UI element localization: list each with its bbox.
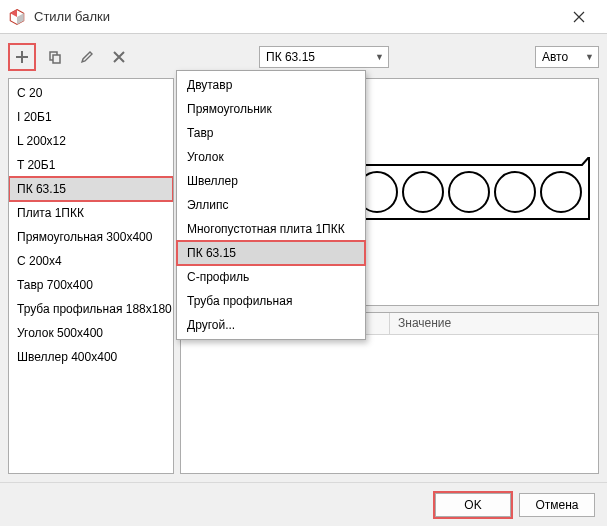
section-type-value: ПК 63.15 <box>266 50 371 64</box>
style-item[interactable]: Тавр 700x400 <box>9 273 173 297</box>
dropdown-item[interactable]: ПК 63.15 <box>177 241 365 265</box>
style-item[interactable]: T 20Б1 <box>9 153 173 177</box>
chevron-down-icon: ▼ <box>585 52 594 62</box>
dropdown-item[interactable]: Труба профильная <box>177 289 365 313</box>
svg-point-3 <box>403 172 443 212</box>
dropdown-item[interactable]: Другой... <box>177 313 365 337</box>
style-item[interactable]: Плита 1ПКК <box>9 201 173 225</box>
cancel-button[interactable]: Отмена <box>519 493 595 517</box>
svg-point-6 <box>541 172 581 212</box>
style-item[interactable]: Швеллер 400x400 <box>9 345 173 369</box>
add-button[interactable] <box>8 43 36 71</box>
dropdown-item[interactable]: Многопустотная плита 1ПКК <box>177 217 365 241</box>
dropdown-item[interactable]: Эллипс <box>177 193 365 217</box>
style-item[interactable]: Уголок 500x400 <box>9 321 173 345</box>
toolbar: ПК 63.15 ▼ Авто ▼ <box>8 42 599 72</box>
dropdown-item[interactable]: Швеллер <box>177 169 365 193</box>
style-item[interactable]: Прямоугольная 300x400 <box>9 225 173 249</box>
style-item[interactable]: С 200x4 <box>9 249 173 273</box>
chevron-down-icon: ▼ <box>375 52 384 62</box>
close-icon[interactable] <box>559 0 599 34</box>
style-list-panel: C 20I 20Б1L 200x12T 20Б1ПК 63.15Плита 1П… <box>8 78 174 474</box>
svg-point-5 <box>495 172 535 212</box>
section-type-select[interactable]: ПК 63.15 ▼ <box>259 46 389 68</box>
style-item[interactable]: ПК 63.15 <box>9 177 173 201</box>
dialog-footer: OK Отмена <box>0 482 607 526</box>
dropdown-item[interactable]: С-профиль <box>177 265 365 289</box>
dropdown-item[interactable]: Двутавр <box>177 73 365 97</box>
dropdown-item[interactable]: Прямоугольник <box>177 97 365 121</box>
window-title: Стили балки <box>34 9 559 24</box>
app-icon <box>8 8 26 26</box>
col-value: Значение <box>390 313 598 334</box>
dropdown-item[interactable]: Уголок <box>177 145 365 169</box>
style-item[interactable]: I 20Б1 <box>9 105 173 129</box>
ok-label: OK <box>464 498 481 512</box>
cancel-label: Отмена <box>535 498 578 512</box>
edit-button[interactable] <box>74 44 100 70</box>
delete-button[interactable] <box>106 44 132 70</box>
svg-rect-1 <box>53 55 60 63</box>
style-item[interactable]: C 20 <box>9 81 173 105</box>
style-item[interactable]: Труба профильная 188x180 <box>9 297 173 321</box>
titlebar: Стили балки <box>0 0 607 34</box>
section-preview-icon <box>357 157 592 227</box>
section-type-dropdown[interactable]: ДвутаврПрямоугольникТаврУголокШвеллерЭлл… <box>176 70 366 340</box>
copy-button[interactable] <box>42 44 68 70</box>
svg-point-4 <box>449 172 489 212</box>
style-list[interactable]: C 20I 20Б1L 200x12T 20Б1ПК 63.15Плита 1П… <box>9 79 173 371</box>
auto-select[interactable]: Авто ▼ <box>535 46 599 68</box>
style-item[interactable]: L 200x12 <box>9 129 173 153</box>
auto-value: Авто <box>542 50 581 64</box>
dropdown-item[interactable]: Тавр <box>177 121 365 145</box>
ok-button[interactable]: OK <box>435 493 511 517</box>
